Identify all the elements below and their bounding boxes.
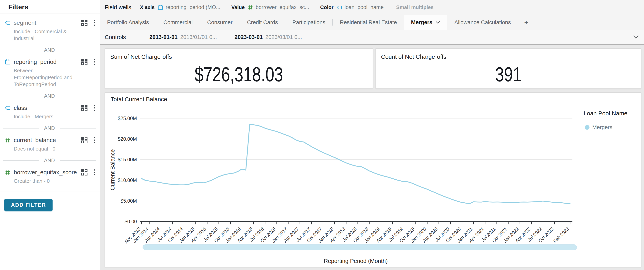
field-well-small-multiples[interactable]: Small multiples	[396, 4, 434, 11]
line-chart-plot[interactable]: $25.00M$20.00M$15.00M$10.00M$5.00M$0.00N…	[105, 93, 642, 268]
add-sheet-button[interactable]: +	[518, 15, 534, 30]
and-separator: AND	[0, 89, 100, 99]
filter-item-borrower_equifax_score[interactable]: borrower_equifax_score Greater than - 0	[0, 164, 100, 186]
filter-item-class[interactable]: class Include - Mergers	[0, 99, 100, 121]
filter-menu-icon[interactable]	[92, 169, 96, 176]
tab-label: Residential Real Estate	[340, 19, 397, 26]
filter-list: segment Include - Commercial & Industria…	[0, 14, 100, 186]
collapse-controls-icon[interactable]	[633, 35, 639, 39]
field-wells-title: Field wells	[105, 4, 131, 11]
tab-commercial[interactable]: Commercial	[156, 15, 200, 30]
filter-menu-icon[interactable]	[92, 20, 96, 26]
pin-to-sheet-icon[interactable]	[81, 105, 88, 111]
legend-title: Loan Pool Name	[584, 110, 627, 117]
filter-name: reporting_period	[14, 59, 80, 65]
dimension-icon	[336, 5, 342, 11]
pin-to-sheet-icon[interactable]	[81, 169, 88, 176]
and-separator: AND	[0, 121, 100, 131]
tab-label: Commercial	[163, 19, 192, 26]
dimension-icon	[4, 20, 11, 26]
tab-label: Mergers	[411, 19, 432, 26]
y-axis-tick-label: $25.00M	[118, 115, 137, 121]
y-axis-tick-label: $15.00M	[118, 157, 137, 162]
x-axis-range-scrollbar[interactable]	[142, 244, 577, 250]
chevron-down-icon[interactable]	[436, 21, 440, 24]
filter-item-segment[interactable]: segment Include - Commercial & Industria…	[0, 14, 100, 43]
and-separator: AND	[0, 43, 100, 53]
legend-item-mergers[interactable]: Mergers	[585, 124, 612, 130]
sheet-tab-bar: Portfolio AnalysisCommercialConsumerCred…	[100, 15, 644, 30]
field-well-value[interactable]: Value borrower_equifax_sc...	[232, 4, 309, 11]
tab-label: Consumer	[207, 19, 232, 26]
filter-menu-icon[interactable]	[92, 137, 96, 144]
kpi-card-sum-net-charge-offs[interactable]: Sum of Net Charge-offs $726,318.03	[105, 48, 373, 89]
legend-color-dot	[585, 125, 590, 130]
filter-name: current_balance	[14, 137, 80, 144]
hash-icon	[4, 169, 11, 176]
kpi-card-count-net-charge-offs[interactable]: Count of Net Charge-offs 391	[376, 48, 641, 89]
kpi-value: $726,318.03	[194, 63, 283, 86]
tab-participations[interactable]: Participations	[285, 15, 332, 30]
tab-mergers[interactable]: Mergers	[404, 15, 447, 30]
filter-condition: Greater than - 0	[14, 178, 82, 185]
field-wells-bar: Field wells X axis reporting_period (MO.…	[100, 0, 644, 15]
line-chart-card: Total Current Balance Current Balance $2…	[105, 92, 641, 267]
calendar-icon	[158, 5, 163, 11]
tab-allowance-calculations[interactable]: Allowance Calculations	[447, 15, 518, 30]
pin-to-sheet-icon[interactable]	[81, 20, 88, 26]
and-separator: AND	[0, 154, 100, 164]
tab-consumer[interactable]: Consumer	[200, 15, 240, 30]
filter-condition: Does not equal - 0	[14, 146, 82, 152]
y-axis-tick-label: $20.00M	[118, 136, 137, 142]
filter-item-current_balance[interactable]: current_balance Does not equal - 0	[0, 131, 100, 154]
tab-label: Allowance Calculations	[454, 19, 511, 26]
date-control-to[interactable]: 2023-03-01 2023/03/01 0...	[234, 34, 302, 40]
controls-bar: Controls 2013-01-01 2013/01/01 0... 2023…	[100, 30, 644, 45]
filter-condition: Include - Mergers	[14, 113, 82, 120]
kpi-title: Sum of Net Charge-offs	[105, 49, 372, 60]
tab-portfolio-analysis[interactable]: Portfolio Analysis	[100, 15, 156, 30]
pin-to-sheet-icon[interactable]	[81, 59, 88, 65]
x-axis-tick-label: Feb 2023	[552, 226, 570, 244]
y-axis-tick-label: $5.00M	[120, 198, 137, 204]
kpi-title: Count of Net Charge-offs	[376, 49, 641, 60]
filters-panel-title: Filters	[0, 0, 100, 14]
tab-residential-real-estate[interactable]: Residential Real Estate	[333, 15, 404, 30]
tab-label: Portfolio Analysis	[107, 19, 149, 26]
hash-icon	[248, 5, 253, 11]
filter-item-reporting_period[interactable]: reporting_period Between - FromReporting…	[0, 53, 100, 89]
y-axis-tick-label: $10.00M	[118, 177, 137, 183]
quicksight-dashboard: Filters segment Include - Commercial & I…	[0, 0, 644, 270]
add-filter-button[interactable]: ADD FILTER	[4, 199, 52, 211]
filters-panel: Filters segment Include - Commercial & I…	[0, 0, 100, 270]
filter-name: class	[14, 104, 80, 111]
legend-label: Mergers	[592, 124, 612, 130]
filter-name: segment	[14, 20, 80, 26]
dimension-icon	[4, 105, 11, 111]
date-control-from[interactable]: 2013-01-01 2013/01/01 0...	[150, 34, 217, 40]
tab-label: Participations	[292, 19, 325, 26]
y-axis-tick-label: $0.00	[124, 219, 137, 224]
x-axis-title: Reporting Period (Month)	[324, 258, 388, 264]
filter-name: borrower_equifax_score	[14, 169, 80, 176]
hash-icon	[4, 137, 11, 143]
series-line-mergers[interactable]	[142, 125, 570, 204]
controls-label: Controls	[105, 34, 126, 41]
dashboard-canvas: Sum of Net Charge-offs $726,318.03 Count…	[100, 45, 644, 270]
kpi-value: 391	[495, 63, 522, 86]
filter-menu-icon[interactable]	[92, 104, 96, 111]
filter-menu-icon[interactable]	[92, 59, 96, 65]
tab-credit-cards[interactable]: Credit Cards	[240, 15, 285, 30]
pin-to-sheet-icon[interactable]	[81, 137, 88, 143]
filter-condition: Include - Commercial & Industrial	[14, 28, 82, 42]
calendar-icon	[4, 59, 11, 65]
field-well-x-axis[interactable]: X axis reporting_period (MO...	[140, 4, 220, 11]
tab-label: Credit Cards	[247, 19, 278, 26]
field-well-color[interactable]: Color loan_pool_name	[320, 4, 384, 11]
filter-condition: Between - FromReportingPeriod and ToRepo…	[14, 67, 82, 88]
